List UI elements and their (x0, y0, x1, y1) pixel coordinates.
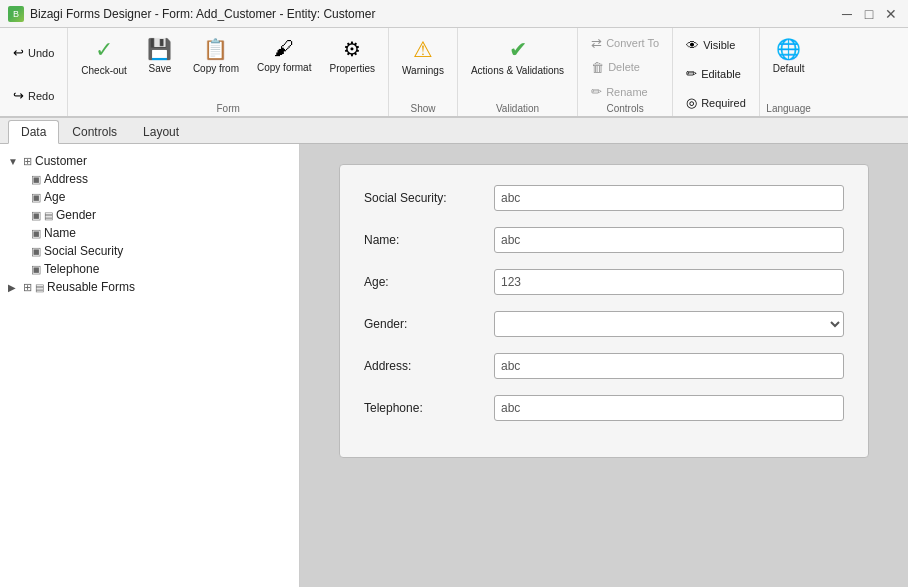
undo-icon: ↩ (13, 45, 24, 60)
main-layout: ▼ ⊞ Customer ▣ Address ▣ Age ▣ ▤ Gender … (0, 144, 908, 587)
visible-label: Visible (703, 39, 735, 51)
telephone-icon: ▣ (31, 263, 41, 276)
properties-icon: ⚙ (343, 37, 361, 61)
title-text: Bizagi Forms Designer - Form: Add_Custom… (30, 7, 375, 21)
copy-format-label: Copy format (257, 62, 311, 73)
customer-expand-icon: ▼ (8, 156, 20, 167)
undo-redo-col: ↩ Undo ↪ Redo (6, 32, 61, 116)
warnings-button[interactable]: ⚠ Warnings (395, 32, 451, 81)
copy-format-button[interactable]: 🖌 Copy format (250, 32, 318, 78)
form-row-address: Address: (364, 353, 844, 379)
name-icon: ▣ (31, 227, 41, 240)
language-icon: 🌐 (776, 37, 801, 61)
close-button[interactable]: ✕ (882, 5, 900, 23)
visible-icon: 👁 (686, 38, 699, 53)
form-row-social-security: Social Security: (364, 185, 844, 211)
editable-icon: ✏ (686, 66, 697, 81)
form-row-telephone: Telephone: (364, 395, 844, 421)
default-language-label: Default (773, 63, 805, 74)
ribbon-group-items-controls: ⇄ Convert To 🗑 Delete ✏ Rename (584, 32, 666, 103)
gender-label: Gender (56, 208, 96, 222)
checkout-icon: ✓ (95, 37, 113, 63)
age-field-label: Age: (364, 275, 494, 289)
undo-button[interactable]: ↩ Undo (6, 42, 61, 63)
ribbon-group-items-validation: ✔ Actions & Validations (464, 32, 571, 103)
ribbon-group-form: ✓ Check-out 💾 Save 📋 Copy from 🖌 Copy fo… (68, 28, 389, 116)
telephone-input[interactable] (494, 395, 844, 421)
delete-icon: 🗑 (591, 60, 604, 75)
required-icon: ◎ (686, 95, 697, 110)
tree-item-name[interactable]: ▣ Name (0, 224, 299, 242)
social-security-input[interactable] (494, 185, 844, 211)
reusable-forms-label: Reusable Forms (47, 280, 135, 294)
ribbon-group-controls: ⇄ Convert To 🗑 Delete ✏ Rename Controls (578, 28, 673, 116)
reusable-forms-subicon: ▤ (35, 282, 44, 293)
copy-format-icon: 🖌 (274, 37, 294, 60)
required-button[interactable]: ◎ Required (679, 92, 753, 113)
gender-field-label: Gender: (364, 317, 494, 331)
convert-to-button[interactable]: ⇄ Convert To (584, 33, 666, 54)
tree-item-age[interactable]: ▣ Age (0, 188, 299, 206)
convert-to-icon: ⇄ (591, 36, 602, 51)
window-controls: ─ □ ✕ (838, 5, 900, 23)
ribbon-group-undoredo: ↩ Undo ↪ Redo (0, 28, 68, 116)
telephone-label: Telephone (44, 262, 99, 276)
rename-label: Rename (606, 86, 648, 98)
undo-label: Undo (28, 47, 54, 59)
address-input[interactable] (494, 353, 844, 379)
social-security-field-label: Social Security: (364, 191, 494, 205)
tree-item-reusable-forms[interactable]: ▶ ⊞ ▤ Reusable Forms (0, 278, 299, 296)
validation-group-label: Validation (496, 103, 539, 116)
actions-validations-label: Actions & Validations (471, 65, 564, 76)
required-label: Required (701, 97, 746, 109)
gender-select[interactable] (494, 311, 844, 337)
tree-item-gender[interactable]: ▣ ▤ Gender (0, 206, 299, 224)
ribbon-group-language: 🌐 Default Language (760, 28, 818, 116)
tree-item-address[interactable]: ▣ Address (0, 170, 299, 188)
controls-col: ⇄ Convert To 🗑 Delete ✏ Rename (584, 32, 666, 103)
tab-layout[interactable]: Layout (130, 120, 192, 143)
redo-label: Redo (28, 90, 54, 102)
age-input[interactable] (494, 269, 844, 295)
name-input[interactable] (494, 227, 844, 253)
tree-item-social-security[interactable]: ▣ Social Security (0, 242, 299, 260)
save-button[interactable]: 💾 Save (138, 32, 182, 79)
checkout-label: Check-out (81, 65, 127, 76)
minimize-button[interactable]: ─ (838, 5, 856, 23)
redo-button[interactable]: ↪ Redo (6, 85, 61, 106)
tree-panel: ▼ ⊞ Customer ▣ Address ▣ Age ▣ ▤ Gender … (0, 144, 300, 587)
tab-data[interactable]: Data (8, 120, 59, 144)
editable-button[interactable]: ✏ Editable (679, 63, 753, 84)
age-label: Age (44, 190, 65, 204)
rename-button[interactable]: ✏ Rename (584, 81, 666, 102)
tab-bar: Data Controls Layout (0, 118, 908, 144)
tree-item-customer[interactable]: ▼ ⊞ Customer (0, 152, 299, 170)
reusable-forms-icon: ⊞ (23, 281, 32, 294)
address-field-label: Address: (364, 359, 494, 373)
maximize-button[interactable]: □ (860, 5, 878, 23)
warnings-icon: ⚠ (413, 37, 433, 63)
copy-from-button[interactable]: 📋 Copy from (186, 32, 246, 79)
reusable-forms-expand-icon: ▶ (8, 282, 20, 293)
actions-validations-button[interactable]: ✔ Actions & Validations (464, 32, 571, 81)
form-container: Social Security: Name: Age: Gender: Addr… (339, 164, 869, 458)
tree-item-telephone[interactable]: ▣ Telephone (0, 260, 299, 278)
rename-icon: ✏ (591, 84, 602, 99)
checkout-button[interactable]: ✓ Check-out (74, 32, 134, 81)
delete-button[interactable]: 🗑 Delete (584, 57, 666, 78)
form-row-age: Age: (364, 269, 844, 295)
ribbon-group-items-language: 🌐 Default (766, 32, 812, 103)
default-language-button[interactable]: 🌐 Default (766, 32, 812, 79)
save-icon: 💾 (147, 37, 172, 61)
address-icon: ▣ (31, 173, 41, 186)
form-row-gender: Gender: (364, 311, 844, 337)
tab-controls[interactable]: Controls (59, 120, 130, 143)
visible-button[interactable]: 👁 Visible (679, 35, 753, 56)
editable-label: Editable (701, 68, 741, 80)
ribbon-group-items-visibility: 👁 Visible ✏ Editable ◎ Required (679, 32, 753, 116)
properties-button[interactable]: ⚙ Properties (322, 32, 382, 79)
visibility-col: 👁 Visible ✏ Editable ◎ Required (679, 32, 753, 116)
form-group-label: Form (217, 103, 240, 116)
ribbon-group-show: ⚠ Warnings Show (389, 28, 458, 116)
telephone-field-label: Telephone: (364, 401, 494, 415)
